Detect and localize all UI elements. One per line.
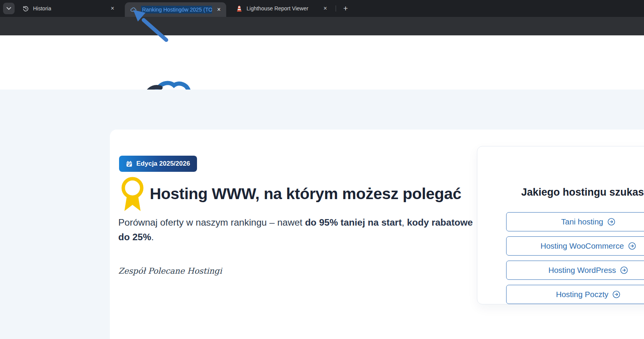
hero-intro: Porównaj oferty w naszym rankingu – nawe… [118, 215, 502, 244]
chevron-down-icon [7, 7, 11, 10]
tab-close-button[interactable]: × [215, 5, 223, 14]
tani-hosting-button[interactable]: Tani hosting [506, 212, 644, 231]
cloud-icon [130, 6, 137, 13]
hosting-finder-card: Jakiego hostingu szukasz? Tani hosting H… [477, 146, 644, 304]
intro-text: , [402, 217, 407, 228]
intro-bold-percent: do 25% [118, 232, 151, 242]
arrow-circle-icon [612, 290, 621, 299]
edition-badge-label: Edycja 2025/2026 [136, 160, 190, 168]
tab-close-button[interactable]: × [321, 4, 329, 13]
hosting-poczty-button[interactable]: Hosting Poczty [506, 285, 644, 304]
arrow-circle-icon [620, 266, 628, 274]
lighthouse-icon [236, 5, 243, 12]
button-label: Hosting Poczty [556, 290, 609, 299]
button-label: Hosting WordPress [548, 266, 616, 275]
button-label: Hosting WooCommerce [540, 241, 624, 251]
hosting-finder-buttons: Tani hosting Hosting WooCommerce Hosting… [506, 212, 644, 304]
screen: Historia × Ranking Hostingów 2025 (TOP ×… [0, 0, 644, 339]
hosting-wordpress-button[interactable]: Hosting WordPress [506, 261, 644, 280]
new-tab-button[interactable]: + [340, 3, 351, 14]
intro-text: Porównaj oferty w naszym rankingu – nawe… [118, 217, 305, 228]
tab-title-selected: Ranking Hostingów 2025 (TOP [141, 6, 212, 13]
site-header: POLECANE HOSTINGI.PL Rankingi • Recenzje… [0, 35, 644, 90]
award-medal-icon [121, 175, 144, 214]
tab-separator [336, 5, 336, 12]
browser-toolbar: polecanehostingi.pl [0, 17, 644, 35]
tab-search-button[interactable] [3, 3, 15, 14]
calendar-check-icon [126, 161, 132, 167]
tab-ranking-hostingow[interactable]: Ranking Hostingów 2025 (TOP × [125, 2, 226, 17]
tab-lighthouse-report[interactable]: Lighthouse Report Viewer × [230, 0, 333, 17]
arrow-circle-icon [628, 242, 636, 250]
edition-badge: Edycja 2025/2026 [119, 156, 197, 172]
tab-close-button[interactable]: × [108, 4, 117, 13]
tab-historia[interactable]: Historia × [17, 0, 120, 17]
intro-text: . [151, 232, 154, 242]
intro-bold-codes: kody rabatowe [407, 217, 473, 228]
intro-bold-discount: do 95% taniej na start [305, 217, 402, 228]
history-icon [22, 5, 29, 12]
tab-strip: Historia × Ranking Hostingów 2025 (TOP ×… [0, 0, 644, 17]
hosting-woocommerce-button[interactable]: Hosting WooCommerce [506, 236, 644, 256]
button-label: Tani hosting [561, 217, 603, 226]
hosting-finder-title: Jakiego hostingu szukasz? [477, 186, 644, 198]
tab-title: Historia [33, 5, 51, 12]
arrow-circle-icon [607, 218, 616, 226]
tab-title: Lighthouse Report Viewer [247, 5, 308, 12]
hero-title: Hosting WWW, na którym możesz polegać [150, 185, 461, 203]
author-line: Zespół Polecane Hostingi [118, 266, 222, 276]
